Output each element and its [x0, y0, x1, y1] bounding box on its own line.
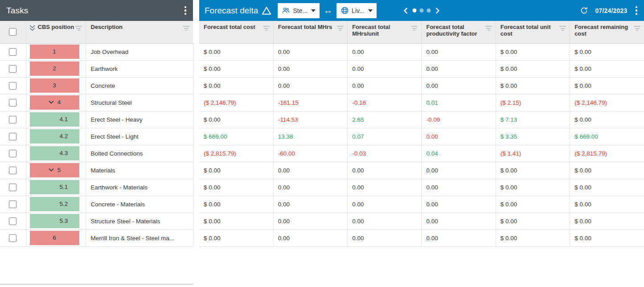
forecast-value-cell: -161.15: [273, 94, 347, 111]
column-filter-icon[interactable]: [559, 26, 566, 31]
cbs-position-badge[interactable]: 3: [30, 78, 79, 93]
forecast-row[interactable]: $ 0.00-114.532.65-0.09$ 7.13$ 0.00: [199, 111, 644, 128]
pager-next-icon[interactable]: [435, 7, 440, 14]
task-row[interactable]: 5.2Concrete - Materials: [0, 196, 193, 213]
cbs-position-badge[interactable]: 6: [30, 231, 79, 245]
pager-dot[interactable]: [413, 8, 417, 12]
row-checkbox[interactable]: [9, 133, 16, 140]
task-row[interactable]: 6Merrill Iron & Steel - Steel ma...: [0, 230, 193, 246]
tasks-kebab-menu-icon[interactable]: [183, 5, 188, 16]
forecast-row[interactable]: $ 0.000.000.000.00$ 0.00$ 0.00: [199, 162, 644, 179]
row-checkbox[interactable]: [9, 167, 16, 174]
cbs-position-value: 3: [53, 82, 56, 89]
horizontal-scrollbar-track[interactable]: [0, 284, 193, 285]
forecast-value-cell: 0.00: [348, 179, 422, 196]
data-date: 07/24/2023: [595, 7, 627, 14]
compare-snapshot-dropdown[interactable]: Liv...: [336, 3, 377, 18]
task-row[interactable]: 3Concrete: [0, 77, 193, 94]
collapse-all-icon[interactable]: [29, 25, 36, 32]
forecast-column-header[interactable]: Forecast total productivity factor: [422, 21, 496, 43]
select-all-checkbox[interactable]: [9, 28, 16, 36]
cbs-position-badge[interactable]: 5.3: [30, 214, 79, 228]
forecast-value-cell: 0.00: [422, 162, 496, 179]
cbs-position-badge[interactable]: 2: [30, 62, 79, 76]
forecast-row[interactable]: $ 0.000.000.000.00$ 0.00$ 0.00: [199, 196, 644, 213]
chevron-down-icon[interactable]: [48, 168, 54, 172]
forecast-column-header[interactable]: Forecast remaining cost: [570, 21, 644, 43]
cbs-position-header[interactable]: CBS position: [26, 21, 86, 43]
task-row[interactable]: 4.1Erect Steel - Heavy: [0, 111, 193, 128]
forecast-column-label: Forecast total MHrs: [278, 24, 332, 30]
forecast-kebab-menu-icon[interactable]: [634, 5, 639, 16]
row-checkbox[interactable]: [9, 65, 16, 73]
cbs-position-badge[interactable]: 4.2: [30, 129, 79, 144]
task-description-cell: Bolted Connections: [86, 145, 193, 162]
forecast-value-cell: $ 0.00: [496, 43, 570, 60]
cbs-position-badge[interactable]: 4.1: [30, 112, 79, 127]
row-checkbox[interactable]: [9, 116, 16, 123]
row-checkbox[interactable]: [9, 99, 16, 107]
forecast-row[interactable]: ($ 2,146.79)-161.15-0.160.01($ 2.15)($ 2…: [199, 94, 644, 111]
row-checkbox[interactable]: [9, 150, 16, 157]
forecast-value-cell: $ 0.00: [199, 230, 273, 246]
pager-dot[interactable]: [427, 8, 431, 12]
forecast-column-header[interactable]: Forecast total unit cost: [496, 21, 570, 43]
forecast-value-cell: ($ 2,146.79): [570, 94, 644, 111]
column-filter-icon[interactable]: [263, 26, 270, 31]
column-filter-icon[interactable]: [411, 26, 418, 31]
task-row[interactable]: 2Earthwork: [0, 60, 193, 77]
task-row[interactable]: 5.1Earthwork - Materials: [0, 179, 193, 196]
task-row[interactable]: 4.2Erect Steel - Light: [0, 128, 193, 145]
description-filter-icon[interactable]: [183, 26, 189, 31]
task-row[interactable]: 4Structural Steel: [0, 94, 193, 111]
forecast-row[interactable]: $ 0.000.000.000.00$ 0.00$ 0.00: [199, 230, 644, 246]
forecast-row[interactable]: $ 0.000.000.000.00$ 0.00$ 0.00: [199, 60, 644, 77]
forecast-value-cell: $ 669.00: [570, 128, 644, 145]
row-checkbox[interactable]: [9, 217, 16, 225]
column-filter-icon[interactable]: [485, 26, 492, 31]
column-filter-icon[interactable]: [337, 26, 344, 31]
pager-dot[interactable]: [420, 8, 424, 12]
row-checkbox[interactable]: [9, 234, 16, 242]
task-row[interactable]: 1Job Overhead: [0, 43, 193, 60]
description-header-label: Description: [91, 24, 123, 30]
view-pager: [403, 0, 440, 21]
task-row[interactable]: 5.3Structure Steel - Materials: [0, 213, 193, 230]
forecast-row[interactable]: $ 0.000.000.000.00$ 0.00$ 0.00: [199, 179, 644, 196]
refresh-icon[interactable]: [580, 6, 588, 15]
forecast-column-header[interactable]: Forecast total MHrs: [273, 21, 347, 43]
description-header[interactable]: Description: [86, 21, 193, 43]
forecast-row[interactable]: $ 0.000.000.000.00$ 0.00$ 0.00: [199, 77, 644, 94]
forecast-column-header[interactable]: Forecast total cost: [199, 21, 273, 43]
baseline-snapshot-dropdown[interactable]: Ste...: [278, 3, 320, 18]
globe-icon: [340, 6, 349, 15]
cbs-position-badge[interactable]: 5.1: [30, 180, 79, 194]
forecast-header-row: Forecast total costForecast total MHrsFo…: [199, 21, 644, 43]
forecast-row[interactable]: $ 0.000.000.000.00$ 0.00$ 0.00: [199, 43, 644, 60]
cbs-position-badge[interactable]: 1: [30, 45, 79, 59]
forecast-row[interactable]: $ 0.000.000.000.00$ 0.00$ 0.00: [199, 213, 644, 230]
forecast-value-cell: $ 0.00: [570, 162, 644, 179]
row-checkbox[interactable]: [9, 201, 16, 208]
forecast-row[interactable]: ($ 2,815.79)-60.00-0.030.04($ 1.41)($ 2,…: [199, 145, 644, 162]
task-row[interactable]: 5Materials: [0, 162, 193, 179]
forecast-value-cell: -0.03: [348, 145, 422, 162]
forecast-row[interactable]: $ 669.0013.380.070.00$ 3.35$ 669.00: [199, 128, 644, 145]
cbs-position-badge[interactable]: 5.2: [30, 197, 79, 211]
row-select-cell: [0, 230, 26, 246]
cbs-position-badge[interactable]: 4.3: [30, 146, 79, 160]
row-checkbox[interactable]: [9, 82, 16, 90]
cbs-filter-icon[interactable]: [75, 26, 82, 31]
row-checkbox[interactable]: [9, 48, 16, 56]
forecast-value-cell: 0.00: [273, 230, 347, 246]
pager-prev-icon[interactable]: [403, 7, 408, 14]
cbs-position-badge[interactable]: 5: [30, 163, 79, 177]
forecast-column-header[interactable]: Forecast total MHrs/unit: [348, 21, 422, 43]
row-checkbox[interactable]: [9, 184, 16, 191]
column-filter-icon[interactable]: [634, 26, 640, 31]
chevron-down-icon[interactable]: [48, 100, 54, 104]
forecast-value-cell: 13.38: [273, 128, 347, 145]
cbs-position-cell: 5.3: [26, 213, 86, 230]
cbs-position-badge[interactable]: 4: [30, 95, 79, 110]
task-row[interactable]: 4.3Bolted Connections: [0, 145, 193, 162]
